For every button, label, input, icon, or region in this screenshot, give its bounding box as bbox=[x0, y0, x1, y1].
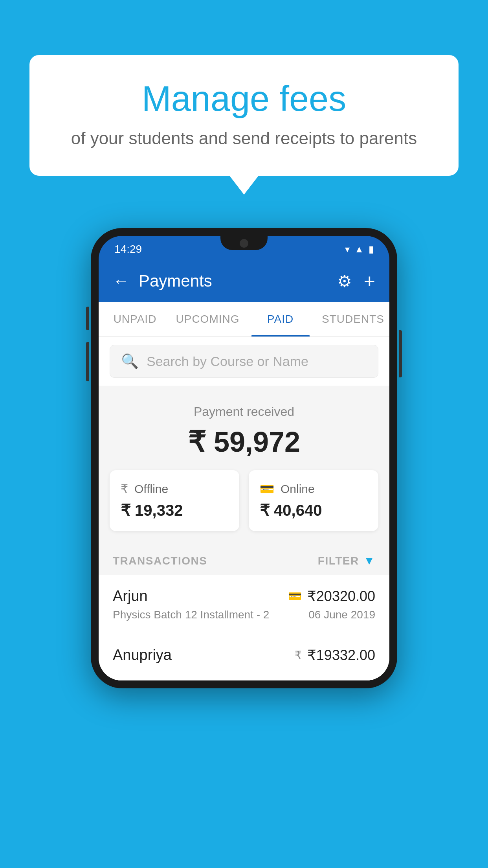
app-screen: ← Payments ⚙ + UNPAID UPCOMING PAID bbox=[99, 260, 389, 680]
phone-notch bbox=[220, 236, 268, 250]
wifi-icon: ▾ bbox=[345, 244, 350, 255]
add-button[interactable]: + bbox=[364, 270, 375, 292]
online-card-header: 💳 Online bbox=[260, 482, 367, 496]
transaction-item[interactable]: Arjun 💳 ₹20320.00 Physics Batch 12 Insta… bbox=[99, 575, 389, 634]
volume-up-button bbox=[86, 307, 89, 330]
offline-icon: ₹ bbox=[121, 482, 128, 496]
phone-container: 14:29 ▾ ▲ ▮ ← Payments ⚙ + bbox=[91, 228, 397, 688]
online-amount: ₹ 40,640 bbox=[260, 501, 367, 519]
transaction-row1: Arjun 💳 ₹20320.00 bbox=[113, 588, 375, 605]
online-payment-card: 💳 Online ₹ 40,640 bbox=[249, 470, 378, 531]
transaction-amount: ₹19332.00 bbox=[307, 647, 375, 664]
tab-upcoming[interactable]: UPCOMING bbox=[171, 302, 244, 337]
speech-bubble-container: Manage fees of your students and send re… bbox=[29, 55, 459, 176]
settings-icon[interactable]: ⚙ bbox=[337, 272, 352, 291]
back-button[interactable]: ← bbox=[113, 272, 129, 291]
payment-total-amount: ₹ 59,972 bbox=[113, 425, 375, 458]
transaction-item[interactable]: Anupriya ₹ ₹19332.00 bbox=[99, 634, 389, 680]
status-time: 14:29 bbox=[114, 243, 142, 256]
tab-unpaid[interactable]: UNPAID bbox=[99, 302, 171, 337]
transaction-name: Anupriya bbox=[113, 647, 172, 664]
speech-bubble: Manage fees of your students and send re… bbox=[29, 55, 459, 176]
online-card-icon: 💳 bbox=[260, 482, 274, 496]
transaction-list: Arjun 💳 ₹20320.00 Physics Batch 12 Insta… bbox=[99, 575, 389, 680]
filter-icon: ▼ bbox=[364, 555, 375, 567]
signal-icon: ▲ bbox=[354, 244, 364, 255]
payment-received-label: Payment received bbox=[113, 405, 375, 419]
tabs-bar: UNPAID UPCOMING PAID STUDENTS bbox=[99, 302, 389, 337]
offline-amount: ₹ 19,332 bbox=[121, 501, 228, 519]
status-icons: ▾ ▲ ▮ bbox=[345, 244, 374, 255]
rupee-payment-icon: ₹ bbox=[295, 649, 302, 662]
transaction-date: 06 June 2019 bbox=[308, 609, 375, 621]
phone-mockup: 14:29 ▾ ▲ ▮ ← Payments ⚙ + bbox=[91, 228, 397, 688]
payment-cards: ₹ Offline ₹ 19,332 💳 Online ₹ 40,640 bbox=[99, 470, 389, 544]
transaction-amount-row: ₹ ₹19332.00 bbox=[295, 647, 375, 664]
search-bar[interactable]: 🔍 Search by Course or Name bbox=[110, 345, 378, 378]
search-input[interactable]: Search by Course or Name bbox=[147, 354, 308, 369]
transactions-header: TRANSACTIONS FILTER ▼ bbox=[99, 544, 389, 575]
offline-label: Offline bbox=[134, 482, 168, 496]
speech-bubble-subtitle: of your students and send receipts to pa… bbox=[61, 129, 427, 148]
header-left: ← Payments bbox=[113, 272, 212, 291]
transaction-row2: Physics Batch 12 Installment - 2 06 June… bbox=[113, 609, 375, 621]
volume-down-button bbox=[86, 342, 89, 381]
speech-bubble-title: Manage fees bbox=[61, 79, 427, 119]
offline-card-header: ₹ Offline bbox=[121, 482, 228, 496]
tab-students[interactable]: STUDENTS bbox=[317, 302, 389, 337]
transaction-name: Arjun bbox=[113, 588, 148, 605]
filter-label: FILTER bbox=[318, 555, 359, 567]
offline-payment-card: ₹ Offline ₹ 19,332 bbox=[110, 470, 239, 531]
battery-icon: ▮ bbox=[369, 244, 374, 255]
transactions-label: TRANSACTIONS bbox=[113, 555, 207, 567]
filter-button[interactable]: FILTER ▼ bbox=[318, 555, 375, 567]
transaction-amount: ₹20320.00 bbox=[307, 588, 375, 605]
app-header: ← Payments ⚙ + bbox=[99, 260, 389, 302]
search-container: 🔍 Search by Course or Name bbox=[99, 337, 389, 386]
payment-summary: Payment received ₹ 59,972 bbox=[99, 386, 389, 470]
transaction-row1: Anupriya ₹ ₹19332.00 bbox=[113, 647, 375, 664]
transaction-course: Physics Batch 12 Installment - 2 bbox=[113, 609, 269, 621]
search-icon: 🔍 bbox=[121, 353, 139, 370]
transaction-amount-row: 💳 ₹20320.00 bbox=[288, 588, 375, 605]
page-title: Payments bbox=[139, 272, 212, 291]
power-button bbox=[399, 330, 402, 377]
tab-paid[interactable]: PAID bbox=[244, 302, 317, 337]
card-payment-icon: 💳 bbox=[288, 590, 302, 603]
front-camera bbox=[240, 239, 248, 248]
header-right: ⚙ + bbox=[337, 270, 375, 292]
online-label: Online bbox=[281, 482, 315, 496]
